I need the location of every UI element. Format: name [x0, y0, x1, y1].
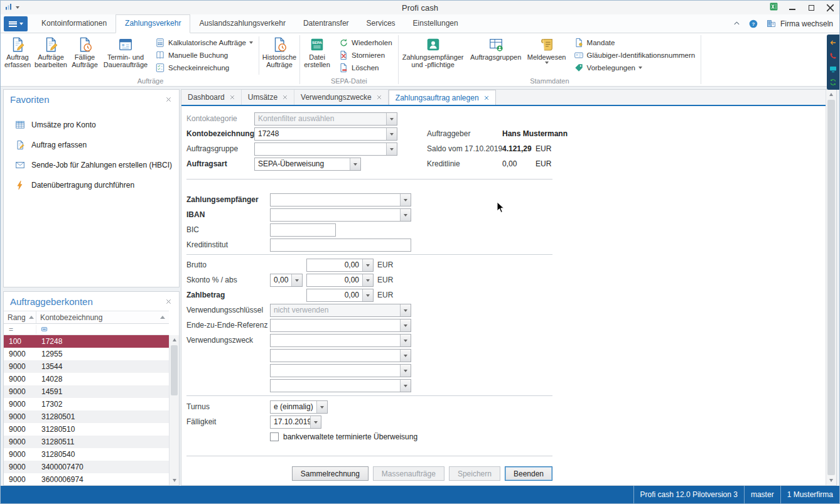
ribbon-loeschen-button[interactable]: Löschen: [336, 62, 381, 73]
table-row[interactable]: 90003600006974: [4, 473, 169, 485]
dropdown-button[interactable]: [291, 274, 302, 286]
filter-rang-cell[interactable]: =: [4, 325, 36, 334]
menu-tab-einstellungen[interactable]: Einstellungen: [404, 15, 467, 33]
tab-dashboard[interactable]: Dashboard: [181, 90, 242, 105]
dropdown-button[interactable]: [362, 274, 373, 286]
scroll-down-icon[interactable]: [170, 476, 179, 485]
bic-input[interactable]: [270, 223, 336, 237]
dropdown-button[interactable]: [362, 259, 373, 271]
dock-arrow-button[interactable]: [828, 37, 838, 48]
kontobezeichnung-select[interactable]: 17248: [254, 127, 397, 141]
skonto-betrag-field[interactable]: 0,00: [306, 274, 374, 287]
bankverwaltet-checkbox[interactable]: [270, 432, 279, 441]
ribbon-meldewesen-button[interactable]: Meldewesen: [525, 35, 569, 76]
firma-wechseln-button[interactable]: Firma wechseln: [766, 18, 833, 29]
verwendungszweck-select-2[interactable]: [270, 349, 411, 362]
auftragsart-select[interactable]: SEPA-Überweisung: [254, 158, 361, 171]
app-menu-button[interactable]: [4, 16, 28, 31]
beenden-button[interactable]: Beenden: [505, 466, 552, 481]
favorite-datenuebertragung[interactable]: Datenübertragung durchführen: [4, 175, 179, 195]
filter-konto-cell[interactable]: [36, 325, 169, 333]
ribbon-mandate-button[interactable]: Mandate: [571, 36, 618, 48]
scrollbar-thumb[interactable]: [171, 345, 178, 395]
ribbon-collapse-button[interactable]: [733, 19, 741, 28]
column-header-kontobezeichnung[interactable]: Kontobezeichnung: [36, 311, 169, 323]
accounts-close-button[interactable]: [163, 296, 174, 307]
dropdown-button[interactable]: [386, 128, 397, 140]
titlebar[interactable]: Profi cash: [1, 1, 839, 14]
dropdown-button[interactable]: [362, 289, 373, 301]
ribbon-auftrag-erfassen-button[interactable]: Auftrag erfassen: [2, 35, 33, 76]
ende-zu-ende-select[interactable]: [270, 319, 411, 332]
support-phone-button[interactable]: [828, 50, 838, 61]
table-row[interactable]: 900014028: [4, 373, 169, 385]
table-row[interactable]: 90003400007470: [4, 461, 169, 473]
verwendungszweck-select-4[interactable]: [270, 379, 411, 392]
quick-access-caret-icon[interactable]: [16, 6, 19, 9]
ribbon-faellige-auftraege-button[interactable]: Fällige Aufträge: [68, 35, 101, 76]
ribbon-auftraege-bearbeiten-button[interactable]: Aufträge bearbeiten: [33, 35, 68, 76]
turnus-select[interactable]: e (einmalig): [270, 400, 328, 414]
dropdown-button[interactable]: [400, 209, 411, 221]
ribbon-scheckeinreichung-button[interactable]: Scheckeinreichung: [153, 62, 232, 73]
dropdown-button[interactable]: [400, 380, 411, 392]
sammelrechnung-button[interactable]: Sammelrechnung: [292, 466, 369, 481]
tab-close-icon[interactable]: [377, 95, 382, 100]
ribbon-auftragsgruppen-button[interactable]: Auftragsgruppen: [467, 35, 525, 76]
ribbon-zahlungsempfaenger-button[interactable]: Zahlungsempfänger und -pflichtige: [399, 35, 467, 76]
ribbon-manuelle-buchung-button[interactable]: Manuelle Buchung: [153, 49, 230, 61]
ribbon-vorbelegungen-button[interactable]: Vorbelegungen: [571, 62, 645, 73]
ribbon-glaeubiger-id-button[interactable]: Gläubiger-Identifikationsnummern: [571, 49, 698, 61]
tab-zahlungsauftrag-anlegen[interactable]: Zahlungsauftrag anlegen: [389, 90, 496, 105]
menu-tab-auslandszahlungsverkehr[interactable]: Auslandszahlungsverkehr: [190, 15, 294, 33]
menu-tab-kontoinformationen[interactable]: Kontoinformationen: [33, 15, 116, 33]
table-row[interactable]: 10017248: [4, 335, 169, 348]
sync-button[interactable]: [828, 77, 838, 87]
menu-tab-datentransfer[interactable]: Datentransfer: [294, 15, 358, 33]
dropdown-button[interactable]: [386, 143, 397, 155]
menu-tab-services[interactable]: Services: [358, 15, 404, 33]
scroll-down-icon[interactable]: [826, 476, 836, 485]
remote-screen-button[interactable]: [828, 63, 838, 74]
favorite-sende-job-hbci[interactable]: Sende-Job für Zahlungen erstellen (HBCI): [4, 155, 179, 175]
tab-close-icon[interactable]: [230, 95, 235, 100]
verwendungsschluessel-select[interactable]: nicht verwenden: [270, 304, 411, 317]
close-button[interactable]: [821, 1, 839, 14]
tab-umsaetze[interactable]: Umsätze: [242, 90, 294, 105]
ribbon-stornieren-button[interactable]: Stornieren: [336, 49, 387, 61]
maximize-button[interactable]: [802, 1, 821, 14]
dropdown-button[interactable]: [310, 416, 321, 428]
dropdown-button[interactable]: [350, 158, 360, 170]
table-row[interactable]: 900017302: [4, 398, 169, 410]
scroll-up-icon[interactable]: [826, 90, 836, 99]
ribbon-kalkulatorische-auftraege-button[interactable]: Kalkulatorische Aufträge: [153, 36, 256, 48]
dropdown-button[interactable]: [316, 401, 327, 413]
dropdown-button[interactable]: [400, 335, 411, 346]
dropdown-button[interactable]: [400, 365, 411, 377]
tab-verwendungszwecke[interactable]: Verwendungszwecke: [294, 90, 389, 105]
ribbon-termin-dauerauftraege-button[interactable]: Termin- und Daueraufträge: [101, 35, 150, 76]
brutto-amount-field[interactable]: 0,00: [306, 259, 374, 272]
verwendungszweck-select-1[interactable]: [270, 334, 411, 347]
table-row[interactable]: 900031280540: [4, 448, 169, 461]
kreditinstitut-input[interactable]: [270, 239, 411, 252]
excel-export-button[interactable]: [764, 1, 783, 14]
auftragsgruppe-select[interactable]: [254, 142, 397, 156]
table-row[interactable]: 900031280510: [4, 423, 169, 436]
help-button[interactable]: [748, 19, 758, 29]
ribbon-wiederholen-button[interactable]: Wiederholen: [336, 36, 395, 48]
skonto-prozent-field[interactable]: 0,00: [270, 274, 303, 287]
table-row[interactable]: 900014591: [4, 385, 169, 398]
table-row[interactable]: 900013544: [4, 360, 169, 373]
ribbon-datei-erstellen-button[interactable]: Datei erstellen: [301, 35, 333, 76]
favorite-umsaetze-pro-konto[interactable]: Umsätze pro Konto: [4, 115, 179, 135]
scroll-up-icon[interactable]: [170, 335, 179, 345]
minimize-button[interactable]: [783, 1, 802, 14]
content-scrollbar[interactable]: [826, 90, 836, 485]
zahlbetrag-field[interactable]: 0,00: [306, 289, 374, 302]
accounts-scrollbar[interactable]: [169, 335, 179, 485]
favorite-auftrag-erfassen[interactable]: Auftrag erfassen: [4, 135, 179, 155]
tab-close-icon[interactable]: [283, 95, 288, 100]
tab-close-icon[interactable]: [484, 95, 489, 100]
dropdown-button[interactable]: [400, 350, 411, 362]
